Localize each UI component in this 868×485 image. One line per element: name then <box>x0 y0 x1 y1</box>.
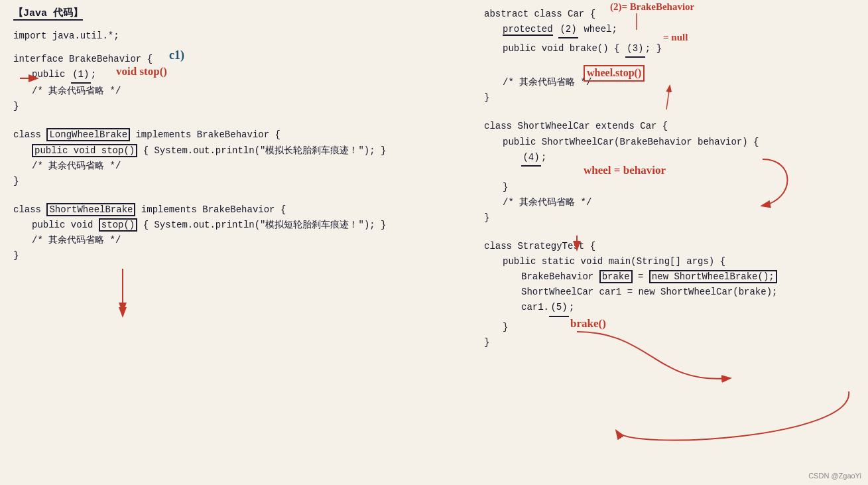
new-shortwheelbrake-box: new ShortWheelBrake(); <box>649 270 777 283</box>
protected-keyword: protected <box>503 24 553 36</box>
shortwheel-close: } <box>13 248 438 263</box>
longwheel-close: } <box>13 174 438 189</box>
brake-varname-box: brake <box>599 270 633 283</box>
abstract-line3: public void brake() { (3); } <box>503 41 855 58</box>
interface-line2: public (1); <box>32 67 438 84</box>
shortwheelcar-line2: public ShortWheelCar(BrakeBehavior behav… <box>503 135 855 150</box>
blank4: (4) <box>521 150 541 167</box>
java-code-header: 【Java 代码】 <box>13 7 83 21</box>
longwheel-classname: LongWheelBrake <box>46 128 130 141</box>
interface-line1: interface BrakeBehavior { <box>13 52 438 67</box>
shortwheelcar-close: } <box>484 210 855 226</box>
strategytest-line5: car1.(5); <box>521 300 855 316</box>
interface-close: } <box>13 99 438 114</box>
strategytest-line2: public static void main(String[] args) { <box>503 254 855 269</box>
watermark: CSDN @ZgaoYi <box>808 472 861 480</box>
longwheel-line2: public void stop() { System.out.println(… <box>32 143 438 159</box>
shortwheel-classname: ShortWheelBrake <box>46 203 135 216</box>
shortwheelcar-blank4: (4); <box>521 150 855 167</box>
strategytest-line3: BrakeBehavior brake = new ShortWheelBrak… <box>521 269 855 285</box>
blank5: (5) <box>549 300 569 316</box>
blank1: (1) <box>71 67 91 84</box>
annotation-wheel-stop: wheel.stop() <box>584 65 645 82</box>
annotation-void-stop: void stop() <box>116 65 167 78</box>
blank2: (2) <box>558 22 578 38</box>
shortwheel-method-box: stop() <box>99 218 137 232</box>
strategytest-close-inner: } <box>503 320 855 335</box>
shortwheelcar-close-inner: } <box>503 180 855 195</box>
strategytest-close: } <box>484 335 855 350</box>
shortwheel-comment: /* 其余代码省略 */ <box>32 233 438 248</box>
strategytest-line1: class StrategyTest { <box>484 239 855 254</box>
annotation-c1: c1) <box>169 48 184 62</box>
right-column: (2)= BrakeBehavior abstract class Car { … <box>484 7 855 362</box>
shortwheelcar-comment: /* 其余代码省略 */ <box>503 195 855 210</box>
annotation-brake-call: brake() <box>570 317 606 330</box>
interface-comment: /* 其余代码省略 */ <box>32 84 438 99</box>
abstract-comment: /* 其余代码省略 */ <box>503 75 855 90</box>
abstract-close: } <box>484 90 855 105</box>
left-column: 【Java 代码】 import java.util.*; c1) interf… <box>13 7 438 275</box>
blank3: (3) <box>625 41 645 58</box>
import-line: import java.util.*; <box>13 29 438 44</box>
annotation-null: = null <box>663 32 688 43</box>
shortwheelcar-line1: class ShortWheelCar extends Car { <box>484 119 855 134</box>
annotation-2-brakebeahvior: (2)= BrakeBehavior <box>610 1 694 13</box>
longwheel-line1: class LongWheelBrake implements BrakeBeh… <box>13 127 438 143</box>
shortwheel-line2: public void stop() { System.out.println(… <box>32 218 438 233</box>
annotation-wheel-behavior: wheel = behavior <box>584 164 666 177</box>
strategytest-line4: ShortWheelCar car1 = new ShortWheelCar(b… <box>521 285 855 300</box>
longwheel-method-box: public void stop() <box>32 144 137 157</box>
longwheel-comment: /* 其余代码省略 */ <box>32 159 438 174</box>
shortwheel-line1: class ShortWheelBrake implements BrakeBe… <box>13 202 438 218</box>
